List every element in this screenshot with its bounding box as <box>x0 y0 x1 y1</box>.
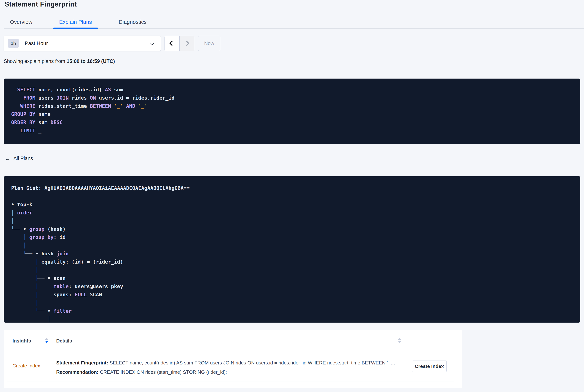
now-button[interactable]: Now <box>198 36 220 51</box>
statement-fingerprint-detail: Statement Fingerprint:SELECT name, count… <box>56 358 406 368</box>
showing-prefix: Showing explain plans from <box>4 58 67 64</box>
time-range-badge: 1h <box>8 39 19 48</box>
plan-gist-block: Plan Gist: AgHUAQIABQAAAAHYAQIAiAEAAAADC… <box>4 176 580 322</box>
sort-up-arrow-icon <box>45 338 48 340</box>
insights-table-card: Insights Details Create Index Statement … <box>4 330 462 388</box>
showing-range-text: Showing explain plans from 15:00 to 16:5… <box>4 58 115 64</box>
tab-bar: Overview Explain Plans Diagnostics <box>4 16 584 29</box>
time-range-label: Past Hour <box>25 40 48 46</box>
sort-icon[interactable] <box>45 338 48 343</box>
recommendation-detail: Recommendation:CREATE INDEX ON rides (st… <box>56 368 406 377</box>
create-index-button[interactable]: Create Index <box>412 360 447 372</box>
previous-time-button[interactable] <box>165 36 180 51</box>
time-range-dropdown[interactable]: 1h Past Hour <box>4 36 161 51</box>
statement-fingerprint-label: Statement Fingerprint: <box>56 360 108 366</box>
recommendation-value: CREATE INDEX ON rides (start_time) STORI… <box>100 369 227 375</box>
tab-overview[interactable]: Overview <box>4 16 38 28</box>
chevron-left-icon <box>169 41 175 46</box>
table-row-divider <box>7 382 454 382</box>
arrow-left-icon: ← <box>5 156 10 162</box>
sql-statement-block: SELECT name, count(rides.id) AS sum FROM… <box>4 78 580 144</box>
create-index-link[interactable]: Create Index <box>12 363 40 369</box>
next-time-button[interactable] <box>180 36 194 51</box>
sort-icon[interactable] <box>398 338 401 343</box>
section-divider <box>4 151 580 151</box>
statement-fingerprint-page: Statement Fingerprint Overview Explain P… <box>0 0 584 392</box>
insights-column-header[interactable]: Insights <box>12 338 31 346</box>
chevron-right-icon <box>184 41 189 46</box>
sort-down-arrow-icon <box>45 341 48 343</box>
tab-explain-plans[interactable]: Explain Plans <box>53 16 98 28</box>
recommendation-label: Recommendation: <box>56 369 98 375</box>
showing-range: 15:00 to 16:59 (UTC) <box>67 58 115 64</box>
sort-up-arrow-icon <box>398 338 401 340</box>
all-plans-label: All Plans <box>13 156 33 162</box>
details-column-header[interactable]: Details <box>56 338 72 346</box>
chevron-down-icon <box>150 41 154 45</box>
details-cell: Statement Fingerprint:SELECT name, count… <box>56 358 406 377</box>
time-pager <box>164 36 194 51</box>
all-plans-link[interactable]: ← All Plans <box>5 156 33 162</box>
statement-fingerprint-value: SELECT name, count(rides.id) AS sum FROM… <box>110 360 395 366</box>
table-header-divider <box>7 351 454 351</box>
sort-down-arrow-icon <box>398 341 401 343</box>
tab-diagnostics[interactable]: Diagnostics <box>113 16 153 28</box>
page-title: Statement Fingerprint <box>4 0 77 8</box>
